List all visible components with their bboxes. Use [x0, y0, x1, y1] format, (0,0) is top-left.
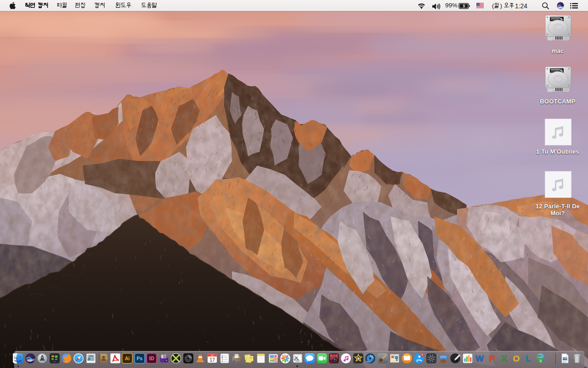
svg-text:17: 17 — [210, 357, 215, 362]
svg-text:Ps: Ps — [136, 356, 142, 361]
svg-text:Plan: Plan — [249, 357, 253, 359]
svg-text:X: X — [501, 354, 507, 363]
svg-text:W: W — [475, 354, 484, 363]
svg-text:Ai: Ai — [125, 356, 130, 361]
svg-text:JUL: JUL — [211, 354, 215, 356]
svg-text:L: L — [526, 354, 531, 363]
svg-text:ID: ID — [149, 356, 154, 361]
svg-text:O: O — [513, 354, 520, 363]
svg-text:1:24: 1:24 — [515, 3, 527, 10]
svg-text:4: 4 — [422, 353, 423, 356]
svg-text:(: ( — [492, 2, 494, 9]
svg-text:P: P — [489, 354, 495, 363]
svg-text:): ) — [500, 2, 503, 9]
